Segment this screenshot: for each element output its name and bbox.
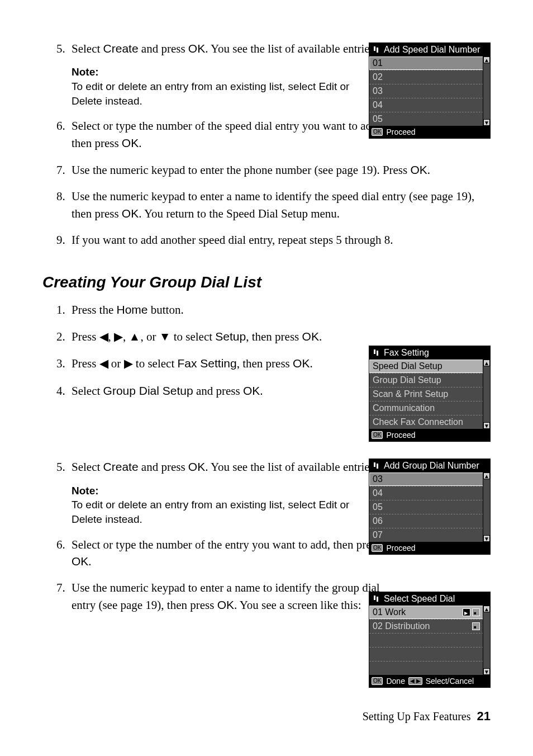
lcd-row[interactable]: 04 [369,98,483,112]
svg-rect-1 [377,48,378,53]
lcd-titlebar: Add Speed Dial Number [369,43,490,56]
lcd-row[interactable]: 03 [369,84,483,98]
lcd-row[interactable]: 03 [369,472,483,486]
ok-badge-icon: OK [372,544,383,552]
step-8: Use the numeric keypad to enter a name t… [68,188,491,222]
lcd-row[interactable]: Speed Dial Setup [369,360,483,373]
scroll-down-icon[interactable]: ▼ [483,668,490,675]
svg-rect-3 [377,351,378,356]
steps-list-b2: Select Create and press OK. You see the … [42,459,381,613]
steps-list-b: Press the Home button. Press ◀, ▶, ▲, or… [42,301,381,400]
scroll-up-icon[interactable]: ▲ [483,360,490,366]
stop-icon [472,608,480,616]
lcd-titlebar: Add Group Dial Number [369,459,490,472]
svg-rect-5 [377,464,378,469]
lcd-row[interactable] [369,633,483,647]
lcd-row[interactable]: 05 [369,112,483,126]
stepb-2: Press ◀, ▶, ▲, or ▼ to select Setup, the… [68,328,381,345]
lcd-footer: OK Done ◀ ▶ Select/Cancel [369,675,490,687]
tool-icon [373,595,380,603]
lcd-fax-setting: Fax Setting Speed Dial Setup Group Dial … [369,346,491,442]
lcd-row[interactable]: 07 [369,528,483,542]
lcd-rows: 01 02 03 04 05 ▲ ▼ [369,56,490,126]
lcd-row[interactable]: Group Dial Setup [369,373,483,387]
lcd-titlebar: Select Speed Dial [369,592,490,606]
page-number: 21 [477,709,491,723]
scroll-up-icon[interactable]: ▲ [483,56,490,63]
down-arrow-icon: ▼ [159,328,171,344]
lcd-scrollbar[interactable]: ▲ ▼ [483,606,490,675]
lcd-scrollbar[interactable]: ▲ ▼ [483,360,490,429]
scroll-down-icon[interactable]: ▼ [483,119,490,126]
lcd-add-group-dial: Add Group Dial Number 03 04 05 06 07 ▲ ▼… [369,459,491,555]
svg-rect-0 [374,46,375,51]
stop-icon [472,622,480,630]
note-block: Note: To edit or delete an entry from an… [72,484,381,527]
lcd-row[interactable] [369,661,483,675]
scroll-down-icon[interactable]: ▼ [483,535,490,542]
lcd-footer: OK Proceed [369,126,490,138]
lcd-footer-done: Done [386,677,404,686]
lcd-scrollbar[interactable]: ▲ ▼ [483,472,490,542]
scroll-up-icon[interactable]: ▲ [483,472,490,479]
lcd-row[interactable]: Scan & Print Setup [369,387,483,401]
lcd-row[interactable]: 04 [369,486,483,500]
page-footer: Setting Up Fax Features 21 [363,709,491,724]
lcd-row[interactable]: 05 [369,500,483,514]
step-9: If you want to add another speed dial en… [68,232,491,248]
up-arrow-icon: ▲ [129,328,141,344]
left-arrow-icon: ◀ [99,355,108,371]
svg-rect-6 [374,596,375,600]
lcd-titlebar: Fax Setting [369,346,490,360]
ok-badge-icon: OK [372,677,383,685]
ok-badge-icon: OK [372,128,383,136]
lcd-footer-select: Select/Cancel [426,677,474,686]
lcd-title: Add Group Dial Number [384,461,479,471]
lcd-row[interactable]: 01 [369,56,483,70]
lcd-row[interactable]: 02 [369,70,483,84]
lcd-rows: 03 04 05 06 07 ▲ ▼ [369,472,490,542]
right-arrow-icon: ▶ [114,328,123,344]
steps-list-a-wide: Use the numeric keypad to enter the phon… [42,162,491,249]
lcd-title: Select Speed Dial [384,594,455,604]
lcd-title: Add Speed Dial Number [384,45,480,55]
step-5: Select Create and press OK. You see the … [68,40,381,108]
check-icon [463,608,470,616]
tool-icon [373,46,380,54]
lcd-row[interactable]: Communication [369,401,483,415]
lcd-rows: Speed Dial Setup Group Dial Setup Scan &… [369,360,490,429]
left-arrow-icon: ◀ [99,328,108,344]
lcd-scrollbar[interactable]: ▲ ▼ [483,56,490,126]
steps-list-a: Select Create and press OK. You see the … [42,40,381,152]
scroll-down-icon[interactable]: ▼ [483,422,490,429]
stepb-7: Use the numeric keypad to enter a name t… [68,580,381,613]
stepb-4: Select Group Dial Setup and press OK. [68,382,381,399]
right-arrow-icon: ▶ [124,355,133,371]
lcd-row[interactable]: 06 [369,514,483,528]
stepb-3: Press ◀ or ▶ to select Fax Setting, then… [68,355,381,372]
stepb-5: Select Create and press OK. You see the … [68,459,381,526]
svg-rect-2 [374,349,375,354]
note-heading: Note: [72,65,381,79]
note-heading: Note: [72,484,381,498]
lcd-footer-text: Proceed [386,431,415,440]
lcd-title: Fax Setting [384,348,429,358]
svg-rect-7 [377,597,378,602]
lcd-row[interactable]: 01 Work [369,606,483,619]
lcd-footer-text: Proceed [386,544,415,552]
step-6: Select or type the number of the speed d… [68,118,381,152]
svg-rect-4 [374,462,375,467]
section-heading: Creating Your Group Dial List [42,273,491,291]
tool-icon [373,462,380,470]
footer-section: Setting Up Fax Features [363,710,471,722]
scroll-up-icon[interactable]: ▲ [483,606,490,612]
lcd-row[interactable]: Check Fax Connection [369,415,483,429]
lcd-row[interactable] [369,647,483,661]
tool-icon [373,349,380,357]
ok-badge-icon: OK [372,431,383,439]
lcd-row[interactable]: 02 Distribution [369,619,483,633]
stepb-6: Select or type the number of the entry y… [68,537,381,570]
note-block: Note: To edit or delete an entry from an… [72,65,381,108]
lcd-select-speed-dial: Select Speed Dial 01 Work 02 Distributio… [369,592,491,688]
lcd-footer: OK Proceed [369,542,490,554]
